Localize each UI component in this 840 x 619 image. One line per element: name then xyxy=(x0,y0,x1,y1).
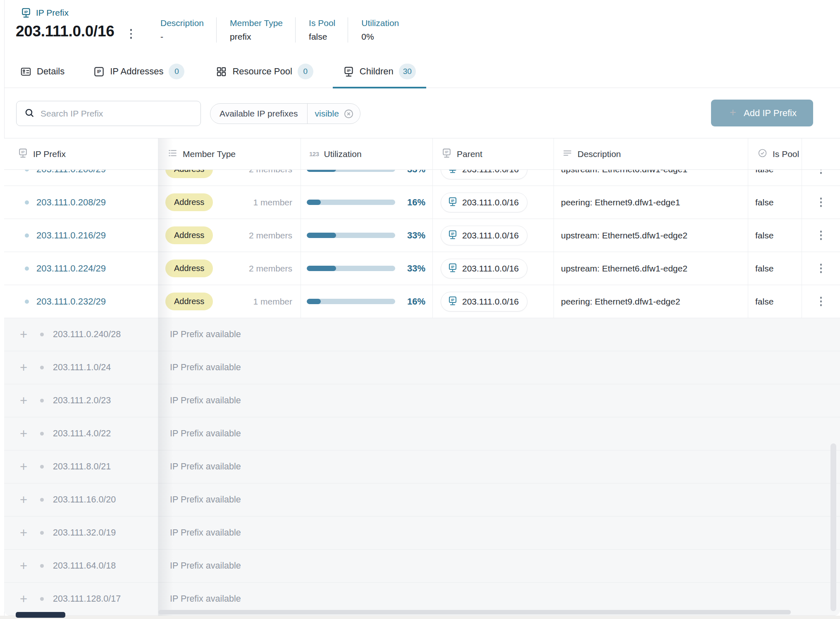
parent-label: 203.111.0.0/16 xyxy=(462,198,519,207)
column-header-is-pool[interactable]: Is Pool xyxy=(748,138,802,169)
column-header-member-type[interactable]: Member Type xyxy=(158,138,301,169)
description-cell: upstream: Ethernet5.dfw1-edge2 xyxy=(554,219,748,252)
ip-prefix-icon xyxy=(343,66,354,77)
expand-plus-icon[interactable]: + xyxy=(18,328,29,341)
row-menu-button[interactable] xyxy=(816,293,826,310)
utilization-percent: 16% xyxy=(407,197,425,208)
field-value: 0% xyxy=(361,32,399,42)
column-header-utilization[interactable]: 123 Utilization xyxy=(301,138,433,169)
available-status: IP Prefix available xyxy=(158,318,840,351)
ip-prefix-link[interactable]: 203.111.0.232/29 xyxy=(36,296,106,307)
expand-plus-icon[interactable]: + xyxy=(18,460,29,473)
table-hscrollbar-thumb[interactable] xyxy=(158,610,791,614)
prefix-status-dot xyxy=(25,233,29,238)
column-header-ip-prefix[interactable]: IP Prefix xyxy=(4,138,158,169)
filter-chip[interactable]: Available IP prefixes visible xyxy=(210,103,360,124)
field-value: prefix xyxy=(230,32,283,42)
tab-ip-addresses[interactable]: IP IP Addresses 0 xyxy=(83,58,195,88)
available-status: IP Prefix available xyxy=(158,517,840,549)
tab-label: Children xyxy=(360,66,394,77)
table-row: 203.111.0.232/29 Address 1 member 16% 20… xyxy=(4,285,840,318)
title-menu-button[interactable] xyxy=(124,26,138,42)
expand-plus-icon[interactable]: + xyxy=(18,394,29,407)
utilization-bar xyxy=(307,299,395,304)
ip-prefix-link[interactable]: 203.111.0.216/29 xyxy=(36,230,106,241)
page-hscrollbar-thumb[interactable] xyxy=(16,612,65,618)
column-header-actions xyxy=(802,138,840,169)
ip-prefix-icon xyxy=(18,148,28,160)
details-icon xyxy=(20,66,31,77)
expand-plus-icon[interactable]: + xyxy=(18,526,29,539)
search-input[interactable] xyxy=(41,109,193,119)
parent-link[interactable]: 203.111.0.0/16 xyxy=(441,259,527,279)
prefix-status-dot xyxy=(40,432,44,436)
search-box xyxy=(16,101,201,126)
is-pool-cell: false xyxy=(748,219,802,252)
expand-plus-icon[interactable]: + xyxy=(18,593,29,605)
parent-link[interactable]: 203.111.0.0/16 xyxy=(441,226,527,245)
is-pool-cell: false xyxy=(748,285,802,318)
utilization-percent: 33% xyxy=(407,230,425,241)
remove-filter-icon[interactable] xyxy=(342,108,360,119)
ip-prefix-link[interactable]: 203.111.0.224/29 xyxy=(36,263,106,274)
table-row: 203.111.0.216/29 Address 2 members 33% 2… xyxy=(4,219,840,252)
field-label: Description xyxy=(160,18,204,28)
member-count: 1 member xyxy=(253,198,292,207)
available-status: IP Prefix available xyxy=(158,351,840,384)
column-header-parent[interactable]: Parent xyxy=(433,138,554,169)
summary-fields: Description - Member Type prefix Is Pool… xyxy=(148,17,411,43)
tab-bar: Details IP IP Addresses 0 Resource Pool … xyxy=(5,58,840,88)
expand-plus-icon[interactable]: + xyxy=(18,559,29,572)
available-prefix-label: 203.111.8.0/21 xyxy=(53,462,111,472)
prefix-status-dot xyxy=(40,399,44,402)
ip-prefix-icon xyxy=(21,7,31,18)
utilization-bar xyxy=(307,233,395,238)
table-row: 203.111.0.224/29 Address 2 members 33% 2… xyxy=(4,252,840,285)
add-ip-prefix-button[interactable]: + Add IP Prefix xyxy=(711,100,813,126)
expand-plus-icon[interactable]: + xyxy=(18,427,29,440)
tab-details[interactable]: Details xyxy=(10,58,75,88)
description-cell: peering: Ethernet9.dfw1-edge1 xyxy=(554,186,748,219)
tab-badge: 30 xyxy=(399,64,416,79)
available-row: + 203.111.64.0/18 IP Prefix available xyxy=(4,550,840,583)
prefix-status-dot xyxy=(40,531,44,535)
field-member-type: Member Type prefix xyxy=(216,17,295,43)
is-pool-cell: false xyxy=(748,186,802,219)
prefix-status-dot xyxy=(40,498,44,502)
available-row: + 203.111.16.0/20 IP Prefix available xyxy=(4,483,840,517)
field-is-pool: Is Pool false xyxy=(295,17,348,43)
row-menu-button[interactable] xyxy=(816,193,826,211)
prefix-status-dot xyxy=(25,267,29,271)
tab-resource-pool[interactable]: Resource Pool 0 xyxy=(205,58,323,88)
available-row: + 203.111.32.0/19 IP Prefix available xyxy=(4,517,840,550)
parent-link[interactable]: 203.111.0.0/16 xyxy=(441,292,527,312)
ip-prefix-link[interactable]: 203.111.0.208/29 xyxy=(36,197,106,208)
page-hscrollbar-track xyxy=(0,616,840,619)
expand-plus-icon[interactable]: + xyxy=(18,361,29,374)
table-vscrollbar-thumb[interactable] xyxy=(830,443,836,611)
utilization-percent: 16% xyxy=(407,296,425,307)
tab-children[interactable]: Children 30 xyxy=(333,58,426,88)
expand-plus-icon[interactable]: + xyxy=(18,493,29,506)
ip-address-icon: IP xyxy=(93,66,105,77)
svg-text:IP: IP xyxy=(97,69,101,74)
column-header-description[interactable]: Description xyxy=(554,138,748,169)
prefix-status-dot xyxy=(25,300,29,304)
field-label: Utilization xyxy=(361,18,399,28)
available-prefix-label: 203.111.1.0/24 xyxy=(53,362,111,373)
row-menu-button[interactable] xyxy=(816,260,826,277)
parent-link[interactable]: 203.111.0.0/16 xyxy=(441,193,527,212)
row-menu-button[interactable] xyxy=(816,226,826,244)
member-count: 2 members xyxy=(249,231,292,240)
field-label: Is Pool xyxy=(309,18,335,28)
member-count: 1 member xyxy=(253,297,292,307)
prefix-status-dot xyxy=(25,200,29,205)
description-cell: peering: Ethernet9.dfw1-edge2 xyxy=(554,285,748,318)
breadcrumb[interactable]: IP Prefix xyxy=(21,7,69,18)
field-description: Description - xyxy=(148,17,216,43)
available-row: + 203.111.4.0/22 IP Prefix available xyxy=(4,417,840,450)
filter-chip-name: Available IP prefixes xyxy=(210,109,307,119)
available-row: + 203.111.2.0/23 IP Prefix available xyxy=(4,384,840,417)
available-status: IP Prefix available xyxy=(158,550,840,582)
field-label: Member Type xyxy=(230,18,283,28)
